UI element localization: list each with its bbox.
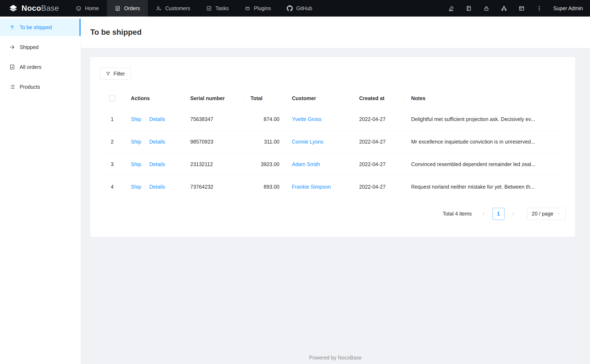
table-row: 2 ShipDetails 98570923 311.00 Connie Lyo… [100, 130, 566, 153]
notes-cell: Mr excellence inquietude conviction is i… [405, 130, 566, 153]
footer-text: Powered by NocoBase [81, 355, 590, 361]
logo-text-base: Base [41, 4, 59, 13]
nav-item-label: Orders [124, 5, 140, 11]
nav-item-tasks[interactable]: Tasks [198, 0, 237, 17]
details-link[interactable]: Details [149, 161, 165, 167]
row-index: 2 [100, 130, 125, 153]
column-header-actions: Actions [125, 89, 184, 108]
layout-button[interactable] [513, 0, 530, 17]
sidebar-item-shipped[interactable]: Shipped [0, 39, 80, 56]
prev-page-button[interactable] [477, 208, 490, 220]
table-row: 4 ShipDetails 73764232 893.00 Frankie Si… [100, 176, 566, 198]
nav-item-orders[interactable]: Orders [107, 0, 148, 17]
created-at-cell: 2022-04-27 [353, 153, 405, 176]
logo-text-noco: Noco [21, 4, 41, 13]
ship-link[interactable]: Ship [131, 161, 141, 167]
chevron-right-icon [511, 211, 516, 216]
page-size-select[interactable]: 20 / page [527, 208, 566, 220]
serial-cell: 75638347 [184, 108, 244, 130]
user-menu[interactable]: Super Admin [548, 5, 583, 11]
layout-icon [518, 5, 525, 12]
customer-link[interactable]: Adam Smith [292, 161, 320, 167]
more-icon [536, 5, 542, 12]
column-header-total: Total [244, 89, 286, 108]
page-header: To be shipped [81, 17, 590, 48]
book-icon [466, 5, 472, 12]
topbar-actions: Super Admin [442, 0, 590, 17]
notes-cell: Convinced resembled dependent remainder … [405, 153, 566, 176]
action-divider [145, 139, 145, 145]
sidebar-item-label: All orders [20, 64, 42, 70]
table-row: 1 ShipDetails 75638347 874.00 Yvette Gro… [100, 108, 566, 130]
customers-icon [156, 5, 162, 11]
sidebar-item-to-be-shipped[interactable]: To be shipped [0, 19, 80, 36]
customer-link[interactable]: Connie Lyons [292, 139, 323, 145]
sidebar-item-all-orders[interactable]: All orders [0, 58, 80, 76]
details-link[interactable]: Details [149, 116, 165, 122]
pagination-total: Total 4 items [443, 211, 471, 217]
column-header-created-at: Created at [353, 89, 405, 108]
plugins-icon [245, 5, 251, 11]
book-button[interactable] [460, 0, 477, 17]
nocobase-logo[interactable]: NocoBase [0, 3, 68, 13]
nav-item-github[interactable]: GitHub [279, 0, 320, 17]
nocobase-logo-icon [8, 3, 18, 13]
lock-icon [483, 5, 490, 12]
details-link[interactable]: Details [149, 139, 165, 145]
notes-cell: Delightful met sufficient projection ask… [405, 108, 566, 130]
nav-item-label: Home [85, 5, 99, 11]
highlighter-button[interactable] [442, 0, 460, 17]
notes-cell: Request norland neither mistake for yet.… [405, 176, 566, 198]
ship-link[interactable]: Ship [131, 184, 141, 190]
nav-item-label: Tasks [216, 5, 229, 11]
total-cell: 3923.00 [244, 153, 286, 176]
sidebar-item-products[interactable]: Products [0, 78, 80, 96]
arrow-right-icon [9, 44, 15, 50]
created-at-cell: 2022-04-27 [353, 176, 405, 198]
sidebar-item-label: To be shipped [20, 24, 52, 30]
column-header-customer: Customer [286, 89, 353, 108]
main-content: To be shipped Filter Actions Serial numb… [81, 17, 590, 364]
nav-item-plugins[interactable]: Plugins [237, 0, 279, 17]
more-button[interactable] [530, 0, 548, 17]
nav-item-home[interactable]: Home [68, 0, 107, 17]
sidebar-item-label: Products [20, 84, 40, 90]
details-link[interactable]: Details [149, 184, 165, 190]
page-number-button[interactable]: 1 [492, 208, 504, 220]
row-index: 1 [100, 108, 125, 130]
lock-button[interactable] [477, 0, 495, 17]
chevron-down-icon [557, 212, 561, 216]
sidebar-item-label: Shipped [20, 44, 39, 50]
list-icon [9, 84, 15, 90]
action-divider [145, 117, 145, 122]
github-icon [287, 5, 293, 11]
action-divider [145, 184, 145, 190]
serial-cell: 73764232 [184, 176, 244, 198]
smile-icon [76, 5, 82, 11]
created-at-cell: 2022-04-27 [353, 130, 405, 153]
action-divider [145, 162, 145, 167]
total-cell: 893.00 [244, 176, 286, 198]
ship-link[interactable]: Ship [131, 116, 141, 122]
logo-text: NocoBase [21, 4, 59, 13]
page-size-value: 20 / page [532, 211, 553, 217]
column-header-notes: Notes [405, 89, 566, 108]
table-row: 3 ShipDetails 23132112 3923.00 Adam Smit… [100, 153, 566, 176]
ship-link[interactable]: Ship [131, 139, 141, 145]
nav-item-customers[interactable]: Customers [148, 0, 198, 17]
filter-button[interactable]: Filter [100, 68, 131, 80]
serial-cell: 23132112 [184, 153, 244, 176]
next-page-button[interactable] [507, 208, 519, 220]
apartment-button[interactable] [495, 0, 513, 17]
customer-link[interactable]: Frankie Simpson [292, 184, 331, 190]
total-cell: 311.00 [244, 130, 286, 153]
orders-icon [115, 5, 121, 11]
customer-link[interactable]: Yvette Gross [292, 116, 321, 122]
row-index: 3 [100, 153, 125, 176]
total-cell: 874.00 [244, 108, 286, 130]
arrow-up-icon [9, 24, 15, 30]
top-navbar: NocoBase Home Orders Customers [0, 0, 590, 17]
select-all-checkbox[interactable] [109, 96, 115, 102]
row-index: 4 [100, 176, 125, 198]
chevron-left-icon [481, 211, 486, 216]
